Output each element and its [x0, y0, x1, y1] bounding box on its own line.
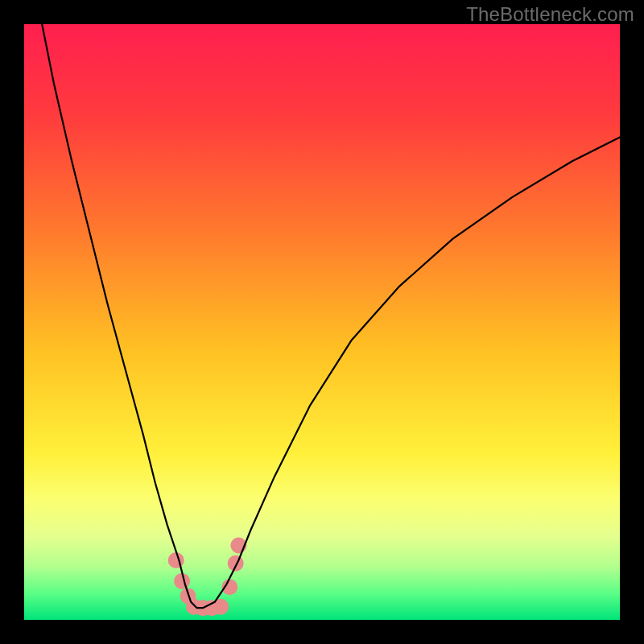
highlight-dot: [168, 552, 184, 568]
highlight-dot: [228, 555, 244, 572]
plot-background: [24, 24, 620, 620]
chart-frame: TheBottleneck.com: [0, 0, 644, 644]
chart-canvas: [24, 24, 620, 620]
watermark-text: TheBottleneck.com: [466, 3, 634, 26]
